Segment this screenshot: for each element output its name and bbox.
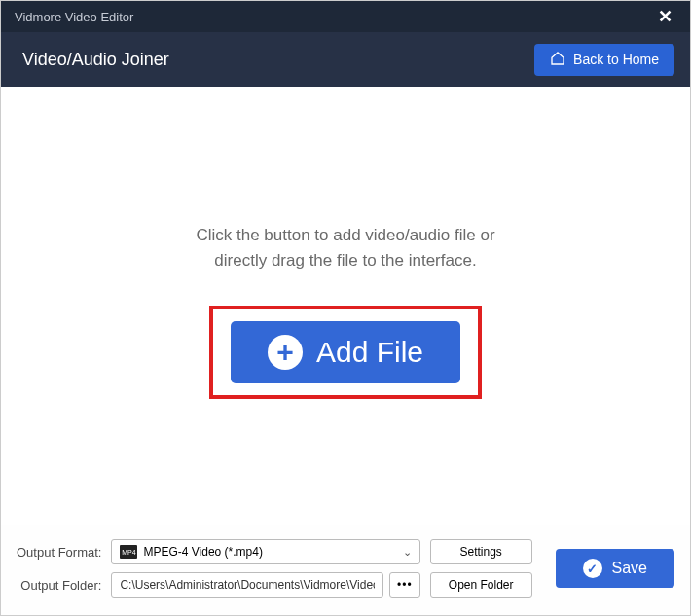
output-folder-label: Output Folder: <box>17 578 101 593</box>
check-icon: ✓ <box>583 559 602 578</box>
back-home-button[interactable]: Back to Home <box>534 44 674 76</box>
instruction-text: Click the button to add video/audio file… <box>196 223 494 272</box>
instruction-line-2: directly drag the file to the interface. <box>196 248 494 273</box>
chevron-down-icon: ⌄ <box>403 546 412 559</box>
page-title: Video/Audio Joiner <box>22 50 169 70</box>
mp4-icon: MP4 <box>120 545 137 559</box>
open-folder-button[interactable]: Open Folder <box>430 572 532 598</box>
output-folder-input[interactable] <box>111 572 382 598</box>
settings-button[interactable]: Settings <box>430 539 532 564</box>
add-file-button[interactable]: + Add File <box>231 321 460 383</box>
add-file-label: Add File <box>316 336 423 369</box>
save-label: Save <box>612 560 647 577</box>
output-format-label: Output Format: <box>17 545 101 560</box>
main-dropzone[interactable]: Click the button to add video/audio file… <box>1 87 690 525</box>
add-file-highlight: + Add File <box>209 306 482 399</box>
browse-button[interactable]: ••• <box>389 572 420 598</box>
output-format-select[interactable]: MP4 MPEG-4 Video (*.mp4) ⌄ <box>111 539 419 564</box>
home-icon <box>550 51 565 69</box>
save-button[interactable]: ✓ Save <box>556 549 674 588</box>
subheader: Video/Audio Joiner Back to Home <box>1 32 690 87</box>
close-icon[interactable]: ✕ <box>654 6 676 27</box>
plus-icon: + <box>268 335 303 370</box>
titlebar: Vidmore Video Editor ✕ <box>1 1 690 32</box>
app-title: Vidmore Video Editor <box>15 10 133 24</box>
back-home-label: Back to Home <box>573 52 659 67</box>
instruction-line-1: Click the button to add video/audio file… <box>196 223 494 248</box>
output-format-value: MPEG-4 Video (*.mp4) <box>143 545 263 559</box>
bottom-panel: Output Format: MP4 MPEG-4 Video (*.mp4) … <box>1 525 690 615</box>
app-window: Vidmore Video Editor ✕ Video/Audio Joine… <box>0 0 691 616</box>
